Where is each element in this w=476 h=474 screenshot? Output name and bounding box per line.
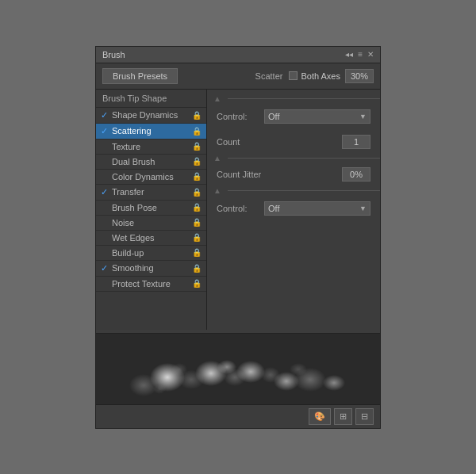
lock-wet-edges: 🔒 (192, 233, 202, 242)
lock-noise: 🔒 (192, 218, 202, 227)
svg-point-9 (323, 375, 345, 391)
chevron-down-icon-2: ▼ (359, 205, 367, 212)
panel-menu-btn[interactable]: ≡ (358, 50, 363, 59)
lock-transfer: 🔒 (192, 188, 202, 197)
check-smoothing (101, 263, 112, 273)
svg-point-11 (217, 360, 236, 374)
label-texture: Texture (112, 142, 140, 151)
svg-point-5 (236, 361, 265, 383)
label-build-up: Build-up (112, 248, 144, 258)
footer-grid-btn[interactable]: ⊞ (334, 408, 352, 425)
control-select-2-value: Off (268, 204, 279, 213)
control-section-2: Control: Off ▼ (207, 197, 380, 224)
menu-item-noise[interactable]: Noise 🔒 (96, 216, 206, 231)
chevron-down-icon-1: ▼ (359, 113, 367, 120)
control-row-2: Control: Off ▼ (217, 201, 370, 216)
control-row-1: Control: Off ▼ (217, 109, 370, 124)
divider-line-3 (228, 190, 380, 191)
brush-preview-area (96, 333, 380, 404)
brush-panel: Brush ◂◂ ≡ ✕ Brush Presets Scatter Both … (95, 46, 381, 429)
divider-line-2 (228, 158, 380, 159)
label-brush-pose: Brush Pose (112, 203, 157, 212)
menu-item-dual-brush[interactable]: Dual Brush 🔒 (96, 155, 206, 170)
footer-list-btn[interactable]: ⊟ (355, 408, 374, 425)
panel-collapse-btn[interactable]: ◂◂ (345, 50, 353, 59)
label-noise: Noise (112, 218, 134, 227)
control-label-2: Control: (217, 204, 264, 213)
control-select-1[interactable]: Off ▼ (264, 109, 370, 124)
lock-scattering: 🔒 (192, 127, 202, 136)
menu-item-shape-dynamics[interactable]: Shape Dynamics 🔒 (96, 108, 206, 124)
svg-point-12 (290, 363, 307, 376)
menu-item-protect-texture[interactable]: Protect Texture 🔒 (96, 277, 206, 292)
brush-stroke-preview (96, 334, 366, 404)
menu-item-smoothing[interactable]: Smoothing 🔒 (96, 261, 206, 277)
menu-item-color-dynamics[interactable]: Color Dynamics 🔒 (96, 170, 206, 185)
both-axes-area: Both Axes (289, 71, 340, 81)
brush-tip-shape-header[interactable]: Brush Tip Shape (96, 90, 206, 108)
divider-1: ▲ (207, 93, 380, 105)
left-panel: Brush Tip Shape Shape Dynamics 🔒 Scatter… (96, 90, 207, 330)
lock-protect-texture: 🔒 (192, 279, 202, 288)
count-value[interactable]: 1 (342, 135, 370, 149)
label-color-dynamics: Color Dynamics (112, 172, 174, 182)
svg-point-10 (171, 363, 187, 376)
lock-build-up: 🔒 (192, 248, 202, 257)
control-select-2[interactable]: Off ▼ (264, 201, 370, 216)
control-section-1: Control: Off ▼ (207, 105, 380, 132)
panel-titlebar: Brush ◂◂ ≡ ✕ (96, 47, 380, 63)
check-shape-dynamics (101, 110, 112, 120)
menu-item-build-up[interactable]: Build-up 🔒 (96, 246, 206, 261)
label-scattering: Scattering (112, 126, 152, 136)
count-jitter-label: Count Jitter (217, 170, 342, 179)
label-transfer: Transfer (112, 187, 144, 197)
check-scattering (101, 126, 112, 136)
divider-arrow-1: ▲ (207, 94, 228, 103)
count-row: Count 1 (207, 132, 380, 152)
divider-2: ▲ (207, 152, 380, 164)
label-shape-dynamics: Shape Dynamics (112, 110, 178, 120)
percent-value-box[interactable]: 30% (345, 69, 374, 83)
count-jitter-row: Count Jitter 0% (207, 164, 380, 185)
menu-item-texture[interactable]: Texture 🔒 (96, 140, 206, 155)
empty-space (207, 224, 380, 327)
panel-title: Brush (102, 50, 125, 59)
both-axes-label: Both Axes (301, 71, 340, 81)
lock-texture: 🔒 (192, 142, 202, 151)
both-axes-checkbox[interactable] (289, 71, 298, 80)
right-panel: ▲ Control: Off ▼ Count 1 ▲ (207, 90, 380, 330)
svg-point-13 (153, 384, 166, 394)
control-label-1: Control: (217, 112, 264, 121)
lock-shape-dynamics: 🔒 (192, 111, 202, 120)
lock-color-dynamics: 🔒 (192, 172, 202, 181)
panel-header: Brush Presets Scatter Both Axes 30% (96, 63, 380, 90)
divider-arrow-2: ▲ (207, 154, 228, 162)
panel-controls: ◂◂ ≡ ✕ (345, 50, 374, 59)
label-protect-texture: Protect Texture (112, 279, 171, 289)
lock-dual-brush: 🔒 (192, 157, 202, 166)
lock-smoothing: 🔒 (192, 264, 202, 273)
label-dual-brush: Dual Brush (112, 157, 155, 166)
label-wet-edges: Wet Edges (112, 233, 155, 243)
control-select-1-value: Off (268, 112, 279, 121)
menu-item-transfer[interactable]: Transfer 🔒 (96, 185, 206, 201)
content-area: Brush Tip Shape Shape Dynamics 🔒 Scatter… (96, 90, 380, 330)
panel-footer: 🎨 ⊞ ⊟ (96, 404, 380, 428)
menu-item-scattering[interactable]: Scattering 🔒 (96, 124, 206, 140)
brush-presets-button[interactable]: Brush Presets (102, 68, 178, 84)
count-jitter-value[interactable]: 0% (342, 167, 370, 182)
lock-brush-pose: 🔒 (192, 203, 202, 212)
panel-close-btn[interactable]: ✕ (367, 50, 374, 59)
scatter-label: Scatter (255, 71, 283, 81)
label-smoothing: Smoothing (112, 263, 154, 273)
check-transfer (101, 187, 112, 197)
count-label: Count (217, 137, 342, 147)
menu-item-wet-edges[interactable]: Wet Edges 🔒 (96, 231, 206, 246)
menu-item-brush-pose[interactable]: Brush Pose 🔒 (96, 201, 206, 216)
divider-line-1 (228, 98, 380, 99)
divider-3: ▲ (207, 185, 380, 197)
divider-arrow-3: ▲ (207, 186, 228, 195)
footer-brush-btn[interactable]: 🎨 (309, 408, 331, 425)
